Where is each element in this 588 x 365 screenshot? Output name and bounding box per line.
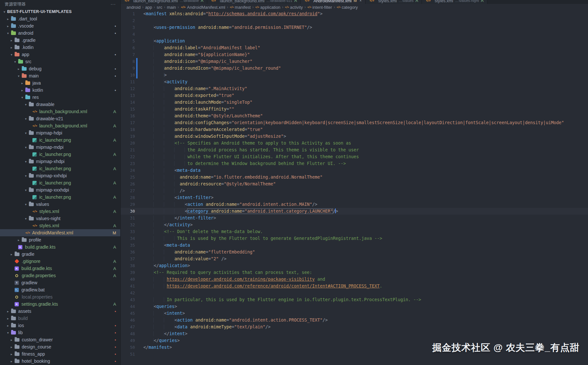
tree-item-local.properties[interactable]: local.properties (0, 293, 120, 300)
code-line[interactable]: 28 <intent-filter> (121, 194, 588, 201)
line-number[interactable]: 23 (121, 160, 135, 167)
chevron-right-icon[interactable]: ▸ (6, 324, 10, 327)
line-number[interactable]: 30 (121, 208, 135, 215)
tree-item-assets[interactable]: ▸assets● (0, 308, 120, 315)
line-number[interactable]: 41 (121, 283, 135, 289)
tree-item-mipmap-xxxhdpi[interactable]: ▾mipmap-xxxhdpi (0, 186, 120, 194)
chevron-right-icon[interactable]: ▸ (20, 81, 25, 85)
line-number[interactable]: 46 (121, 317, 135, 324)
chevron-down-icon[interactable]: ▾ (23, 146, 28, 149)
chevron-down-icon[interactable]: ▾ (6, 31, 10, 35)
code-line[interactable]: 22 while the Flutter UI initializes. Aft… (121, 153, 588, 160)
line-number[interactable]: 14 (121, 99, 135, 106)
line-number[interactable]: 6 (121, 44, 135, 51)
chevron-down-icon[interactable]: ▾ (9, 53, 14, 56)
tree-item-values[interactable]: ▾values (0, 201, 120, 208)
line-number[interactable]: 4 (121, 31, 135, 38)
code-line[interactable]: 2 (121, 17, 588, 24)
line-number[interactable]: 34 (121, 235, 135, 242)
tab-AndroidManifest.xml[interactable]: </>AndroidManifest.xmlM× (301, 0, 366, 4)
code-line[interactable]: 26 android:resource="@style/NormalTheme" (121, 181, 588, 187)
code-line[interactable]: 36 android:name="flutterEmbedding" (121, 249, 588, 255)
tree-item-.gradle[interactable]: ▸.gradle (0, 37, 120, 44)
breadcrumb-item-intent-filter[interactable]: </>intent-filter (307, 5, 332, 10)
tree-item-ic_launcher.png[interactable]: ic_launcher.pngA (0, 151, 120, 158)
line-number[interactable]: 3 (121, 24, 135, 31)
chevron-right-icon[interactable]: ▸ (16, 238, 21, 242)
tree-item-kotlin[interactable]: ▸kotlin● (0, 87, 120, 94)
line-number[interactable]: 33 (121, 228, 135, 235)
line-number[interactable]: 51 (121, 351, 135, 358)
chevron-down-icon[interactable]: ▾ (23, 174, 28, 178)
code-line[interactable]: 51 (121, 351, 588, 358)
tree-item-src[interactable]: ▾src (0, 58, 120, 65)
code-line[interactable]: 50</manifest> (121, 344, 588, 351)
line-number[interactable]: 2 (121, 17, 135, 24)
tree-item-app[interactable]: ▾app● (0, 51, 120, 58)
line-number[interactable]: 44 (121, 303, 135, 310)
chevron-down-icon[interactable]: ▾ (23, 188, 28, 192)
line-number[interactable]: 28 (121, 194, 135, 201)
chevron-right-icon[interactable]: ▸ (16, 67, 21, 71)
tree-item-debug[interactable]: ▸debug● (0, 65, 120, 72)
line-number[interactable]: 21 (121, 147, 135, 153)
line-number[interactable]: 11 (121, 78, 135, 85)
code-editor[interactable]: 1<manifest xmlns:android="http://schemas… (121, 10, 588, 365)
code-line[interactable]: 8 android:icon="@mipmap/ic_launcher" (121, 58, 588, 65)
chevron-down-icon[interactable]: ▾ (23, 131, 28, 135)
tree-item-custom_drawer[interactable]: ▸custom_drawer● (0, 336, 120, 343)
tree-item-mipmap-xxhdpi[interactable]: ▾mipmap-xxhdpi (0, 172, 120, 179)
close-icon[interactable]: × (359, 0, 362, 3)
code-line[interactable]: 45 <intent> (121, 310, 588, 317)
breadcrumb-item-android[interactable]: android (126, 5, 140, 10)
line-number[interactable]: 9 (121, 65, 135, 72)
tree-item-build[interactable]: ▸build (0, 315, 120, 322)
chevron-right-icon[interactable]: ▸ (9, 253, 14, 256)
tree-item-profile[interactable]: ▸profile (0, 236, 120, 243)
code-line[interactable]: 44 <queries> (121, 303, 588, 310)
code-line[interactable]: 7 android:name="${applicationName}" (121, 51, 588, 58)
chevron-down-icon[interactable]: ▾ (2, 10, 7, 14)
code-line[interactable]: 30 <category android:name="android.inten… (121, 208, 588, 215)
chevron-right-icon[interactable]: ▸ (9, 46, 14, 49)
line-number[interactable]: 48 (121, 330, 135, 337)
code-line[interactable]: 31 </intent-filter> (121, 215, 588, 221)
chevron-down-icon[interactable]: ▾ (13, 60, 18, 64)
code-line[interactable]: 34 This is used by the Flutter tool to g… (121, 235, 588, 242)
tree-item-ic_launcher.png[interactable]: ic_launcher.pngA (0, 136, 120, 144)
tree-item-main[interactable]: ▾main● (0, 72, 120, 79)
tree-item-styles.xml[interactable]: </>styles.xmlA (0, 208, 120, 215)
tree-item-mipmap-xhdpi[interactable]: ▾mipmap-xhdpi (0, 158, 120, 165)
chevron-down-icon[interactable]: ▾ (23, 103, 28, 106)
line-number[interactable]: 40 (121, 276, 135, 283)
code-line[interactable]: 19 android:windowSoftInputMode="adjustRe… (121, 133, 588, 140)
breadcrumb-item-app[interactable]: app (145, 5, 152, 10)
chevron-right-icon[interactable]: ▸ (6, 24, 10, 28)
code-line[interactable]: 13 android:exported="true" (121, 92, 588, 99)
code-line[interactable]: 41 https://developer.android.com/referen… (121, 283, 588, 289)
code-line[interactable]: 29 <action android:name="android.intent.… (121, 201, 588, 208)
chevron-down-icon[interactable]: ▾ (6, 331, 10, 335)
code-line[interactable]: 32 </activity> (121, 221, 588, 228)
chevron-right-icon[interactable]: ▸ (9, 39, 14, 42)
tree-item-ic_launcher.png[interactable]: ic_launcher.pngA (0, 179, 120, 186)
tree-item-gradlew[interactable]: $gradlew (0, 279, 120, 286)
tree-item-.kotlin[interactable]: ▸.kotlin (0, 44, 120, 51)
code-line[interactable]: 3 <uses-permission android:name="android… (121, 24, 588, 31)
line-number[interactable]: 5 (121, 38, 135, 44)
code-line[interactable]: 40 https://developer.android.com/trainin… (121, 276, 588, 283)
breadcrumb-item-main[interactable]: main (167, 5, 176, 10)
tree-item-mipmap-mdpi[interactable]: ▾mipmap-mdpi (0, 144, 120, 151)
tree-item-build.gradle.kts[interactable]: Kbuild.gradle.ktsA (0, 265, 120, 272)
code-line[interactable]: 43 In particular, this is used by the Fl… (121, 296, 588, 303)
line-number[interactable]: 49 (121, 337, 135, 344)
code-line[interactable]: 38 </application> (121, 262, 588, 269)
code-line[interactable]: 10 > (121, 72, 588, 78)
line-number[interactable]: 25 (121, 174, 135, 181)
tree-item-.gitignore[interactable]: .gitignoreA (0, 258, 120, 265)
code-line[interactable]: 47 <data android:mimeType="text/plain"/> (121, 324, 588, 330)
chevron-down-icon[interactable]: ▾ (16, 74, 21, 78)
line-number[interactable]: 20 (121, 140, 135, 147)
tree-root[interactable]: ▾BEST-FLUTTER-UI-TEMPLATES (0, 8, 120, 15)
line-number[interactable]: 29 (121, 201, 135, 208)
